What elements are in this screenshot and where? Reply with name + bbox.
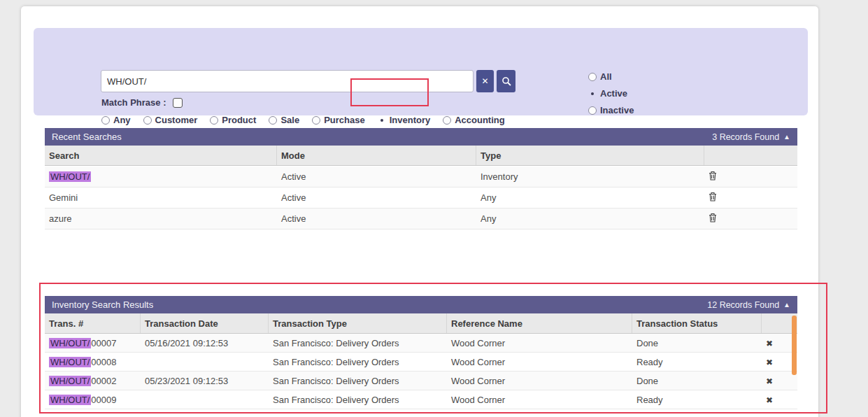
radio-active-icon[interactable] (588, 90, 597, 98)
radio-inventory[interactable]: Inventory (378, 115, 431, 125)
reference-name: Wood Corner (447, 376, 632, 386)
search-mode-radio-group: Any Customer Product Sale Purchase Inven… (101, 115, 505, 125)
reference-name: Wood Corner (447, 338, 632, 348)
col-type: Type (476, 146, 704, 165)
remove-result-icon[interactable]: ✖ (766, 376, 773, 386)
search-mode: Active (277, 213, 476, 224)
trash-icon[interactable] (709, 171, 717, 181)
radio-inactive-label: Inactive (600, 105, 634, 115)
trans-prefix: WH/OUT/ (49, 357, 91, 367)
search-button[interactable] (497, 70, 515, 92)
trans-suffix: 00007 (91, 338, 116, 348)
trans-suffix: 00002 (91, 376, 116, 386)
transaction-status: Ready (632, 357, 762, 367)
search-type: Any (476, 192, 704, 203)
match-phrase-label: Match Phrase : (101, 97, 166, 108)
search-panel: ✕ Match Phrase : Any Customer Product (34, 28, 808, 115)
match-phrase-checkbox[interactable] (173, 98, 183, 108)
trans-prefix: WH/OUT/ (49, 395, 91, 405)
col-reference-name: Reference Name (447, 313, 632, 333)
inventory-results-column-headers: Trans. # Transaction Date Transaction Ty… (45, 313, 797, 334)
search-mode: Active (277, 192, 476, 203)
radio-sale-label: Sale (280, 115, 299, 125)
radio-customer-label: Customer (155, 115, 198, 125)
recent-searches-title: Recent Searches (52, 132, 122, 142)
radio-customer-icon[interactable] (143, 116, 152, 125)
radio-any[interactable]: Any (101, 115, 131, 125)
recent-searches-records-toggle[interactable]: 3 Records Found ▲ (712, 132, 790, 142)
search-mode: Active (277, 171, 476, 182)
result-row[interactable]: WH/OUT/00009 San Francisco: Delivery Ord… (45, 390, 797, 409)
radio-purchase[interactable]: Purchase (312, 115, 365, 125)
col-search: Search (45, 146, 277, 165)
inventory-results-count: 12 Records Found (707, 300, 779, 310)
transaction-type: San Francisco: Delivery Orders (269, 357, 447, 367)
col-transaction-type: Transaction Type (269, 313, 447, 333)
remove-result-icon[interactable]: ✖ (766, 358, 773, 367)
recent-search-row[interactable]: Gemini Active Any (45, 188, 797, 208)
col-mode: Mode (277, 146, 476, 165)
recent-search-row[interactable]: azure Active Any (45, 208, 797, 229)
search-term: azure (45, 213, 277, 224)
transaction-date: 05/23/2021 09:12:53 (141, 376, 269, 386)
transaction-type: San Francisco: Delivery Orders (269, 338, 447, 348)
recent-searches-count: 3 Records Found (712, 132, 779, 142)
radio-inactive-icon[interactable] (588, 106, 597, 115)
col-trans-num: Trans. # (45, 313, 141, 333)
search-term: Gemini (45, 192, 277, 203)
result-row[interactable]: WH/OUT/00008 San Francisco: Delivery Ord… (45, 353, 797, 372)
clear-icon: ✕ (481, 76, 488, 86)
trash-icon[interactable] (709, 192, 717, 202)
transaction-type: San Francisco: Delivery Orders (269, 395, 447, 405)
trans-suffix: 00009 (91, 395, 116, 405)
search-icon (501, 76, 511, 86)
radio-inventory-label: Inventory (390, 115, 431, 125)
radio-purchase-label: Purchase (324, 115, 365, 125)
radio-customer[interactable]: Customer (143, 115, 198, 125)
inventory-results-title: Inventory Search Results (52, 299, 153, 310)
col-transaction-status: Transaction Status (632, 313, 762, 333)
radio-sale-icon[interactable] (269, 116, 277, 125)
radio-all-icon[interactable] (588, 73, 597, 81)
screen: ✕ Match Phrase : Any Customer Product (0, 0, 868, 417)
result-row[interactable]: WH/OUT/00007 05/16/2021 09:12:53 San Fra… (45, 334, 797, 353)
transaction-status: Done (632, 376, 762, 386)
radio-any-label: Any (113, 115, 131, 125)
result-row[interactable]: WH/OUT/00002 05/23/2021 09:12:53 San Fra… (45, 372, 797, 390)
results-scrollbar[interactable] (792, 316, 797, 375)
remove-result-icon[interactable]: ✖ (766, 395, 773, 405)
search-input[interactable] (101, 70, 474, 92)
clear-search-button[interactable]: ✕ (476, 70, 494, 92)
radio-all[interactable]: All (588, 71, 634, 82)
radio-product[interactable]: Product (210, 115, 256, 125)
status-radio-group: All Active Inactive (588, 71, 634, 115)
inventory-results-header: Inventory Search Results 12 Records Foun… (45, 296, 797, 313)
search-type: Inventory (476, 171, 704, 182)
radio-all-label: All (600, 71, 612, 82)
radio-accounting-label: Accounting (455, 115, 505, 125)
collapse-icon[interactable]: ▲ (783, 301, 790, 309)
radio-purchase-icon[interactable] (312, 116, 320, 125)
radio-product-icon[interactable] (210, 116, 218, 125)
radio-product-label: Product (222, 115, 256, 125)
trash-icon[interactable] (709, 213, 717, 222)
radio-inventory-icon[interactable] (378, 116, 386, 125)
radio-active[interactable]: Active (588, 88, 634, 99)
trans-suffix: 00008 (91, 357, 116, 367)
trans-prefix: WH/OUT/ (49, 338, 91, 348)
col-actions (704, 146, 797, 165)
inventory-results-records-toggle[interactable]: 12 Records Found ▲ (707, 300, 790, 310)
radio-any-icon[interactable] (101, 116, 110, 125)
radio-sale[interactable]: Sale (269, 115, 299, 125)
radio-accounting-icon[interactable] (443, 116, 451, 125)
transaction-status: Ready (632, 395, 762, 405)
radio-accounting[interactable]: Accounting (443, 115, 505, 125)
search-type: Any (476, 213, 704, 224)
collapse-icon[interactable]: ▲ (783, 133, 790, 141)
trans-prefix: WH/OUT/ (49, 376, 91, 386)
recent-search-row[interactable]: WH/OUT/ Active Inventory (45, 167, 797, 188)
transaction-status: Done (632, 338, 762, 348)
remove-result-icon[interactable]: ✖ (766, 339, 773, 348)
radio-inactive[interactable]: Inactive (588, 105, 634, 115)
reference-name: Wood Corner (447, 395, 632, 405)
